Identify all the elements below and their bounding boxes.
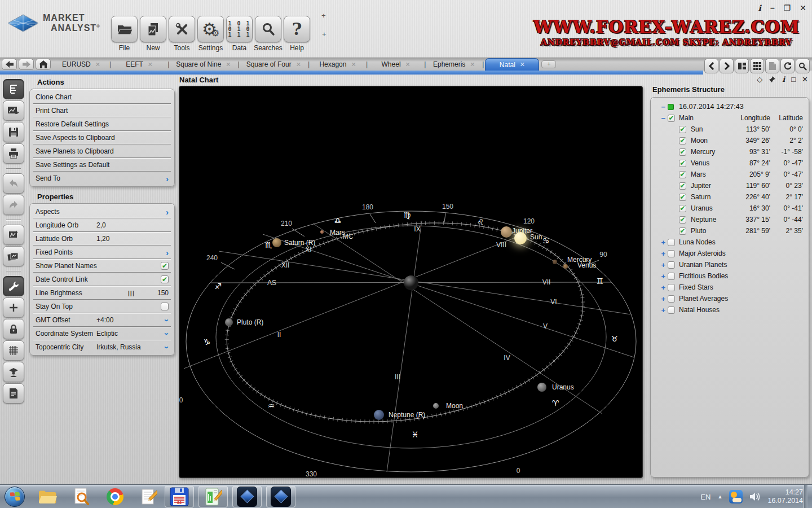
settings-button[interactable]: ⚙⚙ Settings bbox=[197, 16, 224, 52]
checkbox-unchecked[interactable] bbox=[668, 284, 675, 291]
tab-hexagon[interactable]: Hexagon✕ bbox=[311, 58, 365, 71]
tab-square-of-four[interactable]: Square of Four✕ bbox=[241, 58, 307, 71]
start-button[interactable] bbox=[5, 487, 25, 507]
chevron-down-icon[interactable]: › bbox=[163, 346, 171, 349]
search-taskbar-icon[interactable] bbox=[70, 486, 92, 507]
ephemeris-row-mercury[interactable]: ✔Mercury93° 31'-1° -58' bbox=[653, 146, 806, 157]
tab-ephemeris[interactable]: Ephemeris✕ bbox=[427, 58, 481, 71]
checkbox-checked[interactable]: ✔ bbox=[679, 182, 686, 190]
tab-close-icon[interactable]: ✕ bbox=[351, 61, 356, 68]
ephemeris-row-sun[interactable]: ✔Sun113° 50'0° 0' bbox=[653, 124, 806, 135]
checkbox-checked[interactable]: ✔ bbox=[679, 216, 686, 224]
scroll-tabs-right-button[interactable] bbox=[720, 59, 734, 73]
chevron-down-icon[interactable]: › bbox=[163, 319, 171, 322]
new-button[interactable]: New bbox=[139, 16, 167, 52]
panel-close-icon[interactable]: ✕ bbox=[802, 76, 808, 83]
ephemeris-group-fictitious-bodies[interactable]: +Fictitious Bodies bbox=[653, 270, 806, 282]
redo-button[interactable] bbox=[3, 195, 24, 215]
checkbox-unchecked[interactable] bbox=[668, 306, 675, 314]
property-gmt-offset[interactable]: GMT Offset+4:00› bbox=[30, 313, 174, 327]
ephemeris-group-fixed-stars[interactable]: +Fixed Stars bbox=[653, 282, 806, 293]
tab-close-icon[interactable]: ✕ bbox=[95, 61, 100, 68]
property-line-brightness[interactable]: Line Brightness|||150 bbox=[30, 286, 174, 300]
collapse-icon[interactable]: − bbox=[653, 103, 668, 111]
chart-image-button[interactable] bbox=[3, 100, 24, 121]
maximize-button[interactable]: ❐ bbox=[784, 3, 791, 12]
education-button[interactable] bbox=[3, 362, 24, 382]
property-longitude-orb[interactable]: Longitude Orb2,0 bbox=[30, 218, 174, 232]
expand-icon[interactable]: + bbox=[653, 283, 668, 292]
new-tab-button[interactable]: + bbox=[541, 60, 556, 68]
home-button[interactable] bbox=[36, 59, 51, 70]
tray-expand-icon[interactable]: ▲ bbox=[718, 494, 723, 500]
checkbox-checked[interactable]: ✔ bbox=[679, 205, 686, 212]
print-button[interactable] bbox=[3, 143, 24, 164]
action-send-to[interactable]: Send To› bbox=[30, 172, 174, 185]
ephemeris-main-row[interactable]: −✔MainLongitudeLatitude bbox=[653, 112, 806, 124]
property-stay-on-top[interactable]: Stay On Top bbox=[30, 300, 174, 313]
chevron-right-icon[interactable]: › bbox=[166, 248, 169, 257]
action-restore-default-settings[interactable]: Restore Default Settings bbox=[30, 117, 174, 131]
diamond-icon[interactable]: ◇ bbox=[757, 76, 762, 83]
checkbox-unchecked[interactable] bbox=[668, 239, 675, 246]
checkbox-checked[interactable]: ✔ bbox=[679, 227, 686, 235]
tab-close-icon[interactable]: ✕ bbox=[226, 61, 231, 68]
collapse-icon[interactable]: − bbox=[653, 114, 668, 122]
tab-close-icon[interactable]: ✕ bbox=[405, 61, 411, 68]
tab-close-icon[interactable]: ✕ bbox=[296, 61, 301, 68]
checkbox-checked[interactable]: ✔ bbox=[679, 171, 686, 178]
ephemeris-row-mars[interactable]: ✔Mars205° 9'0° -47' bbox=[653, 169, 806, 180]
property-latitude-orb[interactable]: Latitude Orb1,20 bbox=[30, 232, 174, 246]
checkbox-unchecked[interactable] bbox=[668, 295, 675, 303]
help-button[interactable]: ? Help bbox=[283, 16, 311, 52]
expand-icon[interactable]: + bbox=[653, 238, 668, 247]
panel-info-icon[interactable]: i bbox=[782, 76, 785, 83]
checkbox-unchecked[interactable] bbox=[161, 303, 169, 310]
ephemeris-row-pluto[interactable]: ✔Pluto281° 59'2° 35' bbox=[653, 225, 806, 237]
ephemeris-row-uranus[interactable]: ✔Uranus16° 30'0° -41' bbox=[653, 203, 806, 214]
checkbox-checked[interactable]: ✔ bbox=[161, 262, 169, 270]
tab-close-icon[interactable]: ✕ bbox=[520, 61, 525, 68]
checkbox-checked[interactable]: ✔ bbox=[679, 148, 686, 156]
explorer-taskbar-icon[interactable] bbox=[36, 486, 59, 507]
action-save-settings-as-default[interactable]: Save Settings as Default bbox=[30, 158, 174, 172]
editor-app-button[interactable] bbox=[198, 486, 228, 507]
show-desktop-button[interactable] bbox=[804, 485, 807, 508]
minimize-button[interactable]: – bbox=[770, 3, 775, 12]
add-button[interactable] bbox=[3, 297, 24, 318]
chevron-right-icon[interactable]: › bbox=[166, 174, 169, 183]
pin-icon[interactable] bbox=[769, 76, 776, 83]
market-analyst-app-button-1[interactable] bbox=[232, 486, 262, 507]
undo-button[interactable] bbox=[3, 173, 24, 194]
data-button[interactable]: 1 0 10 1 01 1 1 Data bbox=[226, 16, 253, 52]
tab-eurusd[interactable]: EURUSD✕ bbox=[54, 58, 108, 71]
properties-wrench-button[interactable] bbox=[3, 276, 24, 296]
checkbox-checked[interactable]: ✔ bbox=[679, 137, 686, 144]
lock-button[interactable] bbox=[3, 319, 24, 339]
outline-view-button[interactable] bbox=[3, 79, 24, 99]
grid-view-button[interactable] bbox=[750, 59, 764, 73]
property-topocentric-city[interactable]: Topocentric CityIrkutsk, Russia› bbox=[30, 340, 174, 354]
forward-button[interactable] bbox=[19, 59, 34, 70]
scroll-tabs-left-button[interactable] bbox=[704, 59, 718, 73]
layout-button[interactable] bbox=[735, 59, 749, 73]
export-image-button[interactable] bbox=[3, 225, 24, 245]
tab-close-icon[interactable]: ✕ bbox=[148, 61, 153, 68]
property-fixed-points[interactable]: Fixed Points› bbox=[30, 246, 174, 259]
tools-button[interactable]: Tools bbox=[168, 16, 196, 52]
grid-overlay-button[interactable] bbox=[3, 340, 24, 361]
export-images-button[interactable] bbox=[3, 246, 24, 266]
checkbox-unchecked[interactable] bbox=[668, 261, 675, 269]
ephemeris-group-major-asteroids[interactable]: +Major Asteroids bbox=[653, 248, 806, 259]
info-icon[interactable]: i bbox=[758, 3, 761, 12]
tab-close-icon[interactable]: ✕ bbox=[470, 61, 475, 68]
property-coordinate-system[interactable]: Coordinate SystemEcliptic› bbox=[30, 327, 174, 340]
ephemeris-row-jupiter[interactable]: ✔Jupiter119° 60'0° 23' bbox=[653, 180, 806, 191]
ephemeris-row-saturn[interactable]: ✔Saturn226° 40'2° 17' bbox=[653, 191, 806, 203]
checkbox-checked[interactable]: ✔ bbox=[679, 194, 686, 201]
checkbox-checked[interactable]: ✔ bbox=[161, 275, 169, 283]
weather-tray-icon[interactable] bbox=[729, 490, 743, 503]
property-date-control-link[interactable]: Date Control Link✔ bbox=[30, 273, 174, 286]
action-save-planets-to-clipboard[interactable]: Save Planets to Clipboard bbox=[30, 144, 174, 158]
brightness-slider[interactable]: ||| bbox=[128, 290, 135, 296]
